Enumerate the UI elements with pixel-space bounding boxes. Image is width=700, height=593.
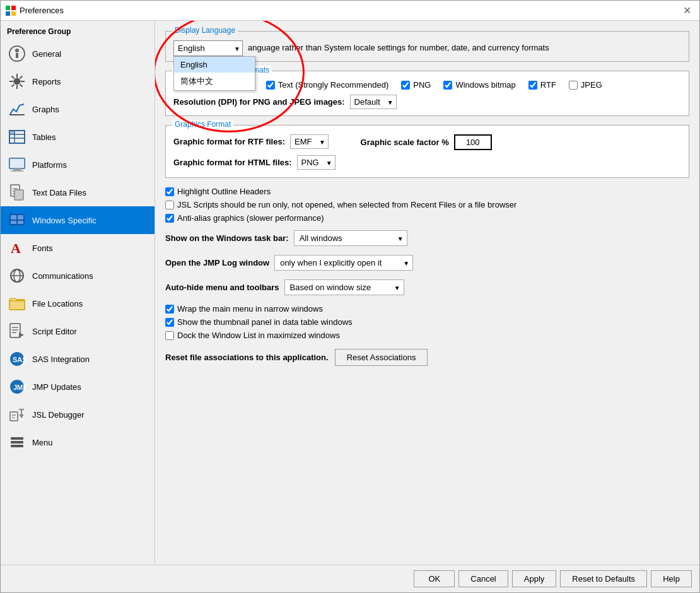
fileloc-icon <box>7 293 27 314</box>
svg-line-12 <box>12 76 15 79</box>
graphics-format-title: Graphics Format <box>172 120 233 129</box>
lang-option-english[interactable]: English <box>174 57 255 73</box>
sidebar-item-menu[interactable]: Menu <box>1 428 155 456</box>
svg-text:A: A <box>11 240 21 256</box>
sidebar-item-tables[interactable]: Tables <box>1 123 155 151</box>
svg-rect-0 <box>6 6 10 10</box>
standalone-checkboxes: Highlight Outline Headers JSL Scripts sh… <box>165 187 689 223</box>
resolution-select[interactable]: Default 72 96 150 300 <box>350 95 397 109</box>
cb-rtf: RTF <box>528 80 556 90</box>
sidebar-item-label-jmpupd: JMP Updates <box>32 382 81 392</box>
rtf-select[interactable]: EMF PNG <box>290 134 329 149</box>
cb-thumbnail-label: Show the thumbnail panel in data table w… <box>177 317 353 327</box>
tables-icon <box>7 127 27 147</box>
svg-marker-45 <box>19 332 24 338</box>
sidebar-item-sas[interactable]: SAS SAS Integration <box>1 345 155 373</box>
cb-jpeg-input[interactable] <box>569 81 578 90</box>
svg-rect-55 <box>11 437 23 440</box>
reset-assoc-row: Reset file associations to this applicat… <box>165 349 689 366</box>
fonts-icon: A <box>7 238 27 258</box>
sidebar-item-script[interactable]: Script Editor <box>1 317 155 345</box>
reset-defaults-button[interactable]: Reset to Defaults <box>560 570 647 587</box>
rtf-select-wrapper: EMF PNG ▼ <box>290 134 329 149</box>
sidebar-item-textdata[interactable]: Text Data Files <box>1 179 155 206</box>
reset-assoc-button[interactable]: Reset Associations <box>335 349 428 366</box>
sidebar-item-platforms[interactable]: Platforms <box>1 151 155 179</box>
app-icon <box>6 6 16 16</box>
sidebar-item-jmpupd[interactable]: JMP JMP Updates <box>1 373 155 401</box>
cb-text-input[interactable] <box>266 81 275 90</box>
autohide-select[interactable]: Based on window size Always Never <box>284 279 404 295</box>
graphics-left: Graphic format for RTF files: EMF PNG ▼ … <box>173 134 335 170</box>
cb-wrap-input[interactable] <box>165 305 174 314</box>
svg-rect-3 <box>11 11 16 16</box>
windows-icon <box>7 210 27 230</box>
resolution-select-wrapper: Default 72 96 150 300 ▼ <box>350 95 397 109</box>
cb-rtf-input[interactable] <box>528 81 537 90</box>
sidebar-item-comms[interactable]: Communications <box>1 262 155 290</box>
scale-input[interactable] <box>454 134 492 150</box>
cancel-button[interactable]: Cancel <box>458 570 508 587</box>
cb-jpeg: JPEG <box>569 80 602 90</box>
sidebar-item-reports[interactable]: Reports <box>1 68 155 95</box>
apply-button[interactable]: Apply <box>512 570 557 587</box>
scale-label: Graphic scale factor % <box>361 138 449 147</box>
svg-rect-6 <box>16 53 18 58</box>
sidebar-item-label-textdata: Text Data Files <box>32 188 86 197</box>
cb-antialias-label: Anti-alias graphics (slower performance) <box>177 213 324 223</box>
platforms-icon <box>7 155 27 175</box>
cb-winbitmap-input[interactable] <box>443 81 452 90</box>
jsldebug-icon <box>7 404 27 425</box>
svg-rect-32 <box>11 215 16 220</box>
sidebar-item-fileloc[interactable]: File Locations <box>1 290 155 317</box>
rtf-row: Graphic format for RTF files: EMF PNG ▼ <box>173 134 335 149</box>
cb-text: Text (Strongly Recommended) <box>266 80 389 90</box>
sidebar-item-graphs[interactable]: Graphs <box>1 95 155 123</box>
sidebar-item-windows[interactable]: Windows Specific <box>1 206 155 234</box>
close-button[interactable]: ✕ <box>679 3 694 18</box>
html-label: Graphic format for HTML files: <box>173 158 292 167</box>
graphics-format-inner: Graphic format for RTF files: EMF PNG ▼ … <box>166 126 689 177</box>
lang-select-display[interactable]: English ▼ <box>173 40 243 56</box>
svg-line-13 <box>20 85 23 87</box>
jmp-log-select[interactable]: only when I explicitly open it always ne… <box>274 255 413 271</box>
cb-dock-input[interactable] <box>165 331 174 340</box>
display-language-inner: English ▼ English 简体中文 anguage rather <box>166 32 689 61</box>
cb-jsl-input[interactable] <box>165 201 174 209</box>
sidebar-item-label-fileloc: File Locations <box>32 299 83 308</box>
svg-rect-1 <box>11 6 16 10</box>
sidebar-item-general[interactable]: General <box>1 40 155 68</box>
autohide-select-wrapper: Based on window size Always Never ▼ <box>284 279 404 295</box>
help-button[interactable]: Help <box>651 570 692 587</box>
sidebar-item-jsldebug[interactable]: JSL Debugger <box>1 401 155 428</box>
svg-rect-33 <box>18 215 23 220</box>
svg-rect-21 <box>9 131 15 134</box>
jmpupd-icon: JMP <box>7 377 27 397</box>
cb-dock-row: Dock the Window List in maximized window… <box>165 331 689 340</box>
lang-description: anguage rather than System locale settin… <box>248 40 549 52</box>
taskbar-select[interactable]: All windows Main window only No windows <box>294 230 407 246</box>
sidebar-item-fonts[interactable]: A Fonts <box>1 234 155 262</box>
menu-icon <box>7 432 27 452</box>
svg-rect-25 <box>11 170 23 172</box>
cb-rtf-label: RTF <box>540 80 556 90</box>
sidebar-item-label-graphs: Graphs <box>32 105 59 114</box>
cb-thumbnail-input[interactable] <box>165 318 174 327</box>
ok-button[interactable]: OK <box>414 570 455 587</box>
resolution-row: Resolution (DPI) for PNG and JPEG images… <box>173 95 681 109</box>
svg-text:JMP: JMP <box>13 384 26 391</box>
jmp-log-row: Open the JMP Log window only when I expl… <box>165 255 689 271</box>
html-select[interactable]: PNG EMF <box>297 155 335 170</box>
cb-highlight-input[interactable] <box>165 187 174 196</box>
cb-png-input[interactable] <box>401 81 410 90</box>
cb-antialias-input[interactable] <box>165 214 174 223</box>
svg-rect-16 <box>9 114 25 115</box>
jmp-log-select-wrapper: only when I explicitly open it always ne… <box>274 255 413 271</box>
jmp-log-label: Open the JMP Log window <box>165 258 269 267</box>
cb-wrap-row: Wrap the main menu in narrow windows <box>165 304 689 314</box>
svg-rect-2 <box>6 11 10 16</box>
lang-option-chinese[interactable]: 简体中文 <box>174 73 255 90</box>
display-language-title: Display Language <box>172 26 238 35</box>
svg-rect-30 <box>15 190 23 200</box>
svg-rect-56 <box>11 441 23 443</box>
